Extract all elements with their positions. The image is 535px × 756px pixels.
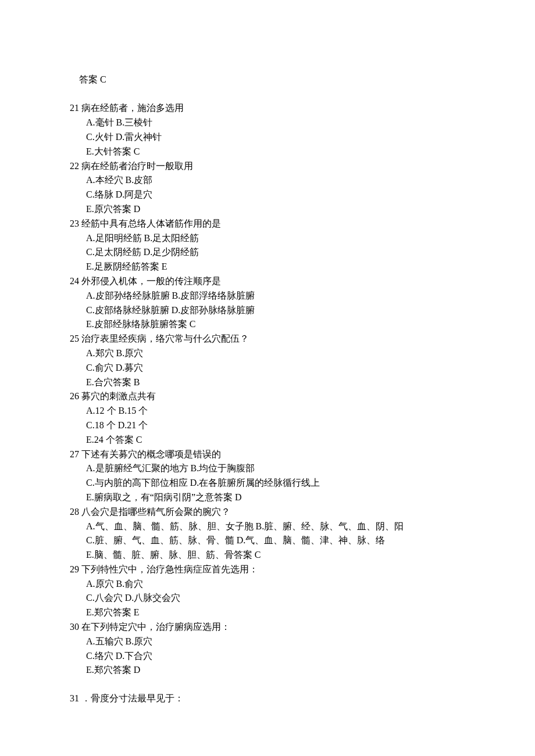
option-line: C.脏、腑、气、血、筋、脉、骨、髓 D.气、血、脑、髓、津、神、脉、络: [70, 533, 465, 548]
option-line: E.腑病取之，有“阳病引阴”之意答案 D: [70, 490, 465, 505]
option-line: C.与内脏的高下部位相应 D.在各脏腑所属的经脉循行线上: [70, 476, 465, 490]
option-line: E.24 个答案 C: [70, 433, 465, 447]
page-container: 答案 C 21 病在经筋者，施治多选用 A.毫针 B.三棱针 C.火针 D.雷火…: [0, 0, 535, 756]
option-line: C.络穴 D.下合穴: [70, 649, 465, 664]
question-stem: 26 募穴的刺激点共有: [70, 389, 465, 404]
option-line: C.八会穴 D.八脉交会穴: [70, 591, 465, 605]
option-line: E.郑穴答案 D: [70, 663, 465, 678]
option-line: A.郑穴 B.原穴: [70, 346, 465, 361]
option-line: E.足厥阴经筋答案 E: [70, 260, 465, 274]
option-line: A.是脏腑经气汇聚的地方 B.均位于胸腹部: [70, 461, 465, 476]
option-line: C.足太阴经筋 D.足少阴经筋: [70, 245, 465, 260]
question-stem: 31 ．骨度分寸法最早见于：: [70, 691, 465, 706]
option-line: E.脑、髓、脏、腑、脉、胆、筋、骨答案 C: [70, 548, 465, 562]
option-line: A.皮部孙络经脉脏腑 B.皮部浮络络脉脏腑: [70, 289, 465, 303]
question-stem: 28 八会穴是指哪些精气所会聚的腕穴？: [70, 505, 465, 519]
question-stem: 23 经筋中具有总络人体诸筋作用的是: [70, 217, 465, 231]
question-stem: 29 下列特性穴中，治疗急性病症应首先选用：: [70, 562, 465, 577]
option-line: E.郑穴答案 E: [70, 605, 465, 620]
option-line: C.俞穴 D.募穴: [70, 361, 465, 375]
option-line: A.12 个 B.15 个: [70, 404, 465, 418]
question-stem: 21 病在经筋者，施治多选用: [70, 101, 465, 116]
option-line: E.原穴答案 D: [70, 202, 465, 217]
option-line: C.18 个 D.21 个: [70, 418, 465, 433]
option-line: E.大针答案 C: [70, 145, 465, 159]
question-stem: 24 外邪侵入机体，一般的传注顺序是: [70, 274, 465, 289]
intro-answer-label: 答案: [79, 74, 98, 84]
question-stem: 22 病在经筋者治疗时一般取用: [70, 159, 465, 174]
option-line: C.火针 D.雷火神针: [70, 130, 465, 145]
option-line: C.皮部络脉经脉脏腑 D.皮部孙脉络脉脏腑: [70, 303, 465, 318]
intro-answer-value: C: [100, 74, 106, 84]
option-line: A.原穴 B.俞穴: [70, 577, 465, 592]
option-line: A.五输穴 B.原穴: [70, 635, 465, 649]
option-line: A.气、血、脑、髓、筋、脉、胆、女子胞 B.脏、腑、经、脉、气、血、阴、阳: [70, 519, 465, 534]
option-line: E.皮部经脉络脉脏腑答案 C: [70, 317, 465, 332]
question-stem: 25 治疗表里经疾病，络穴常与什么穴配伍？: [70, 332, 465, 346]
option-line: A.毫针 B.三棱针: [70, 116, 465, 130]
option-line: E.合穴答案 B: [70, 375, 465, 390]
option-line: A.足阳明经筋 B.足太阳经筋: [70, 231, 465, 246]
intro-answer: 答案 C: [70, 58, 465, 101]
question-stem: 27 下述有关募穴的概念哪项是错误的: [70, 447, 465, 462]
option-line: A.本经穴 B.皮部: [70, 173, 465, 188]
spacer: [70, 678, 465, 691]
option-line: C.络脉 D.阿是穴: [70, 188, 465, 202]
question-stem: 30 在下列特定穴中，治疗腑病应选用：: [70, 620, 465, 635]
